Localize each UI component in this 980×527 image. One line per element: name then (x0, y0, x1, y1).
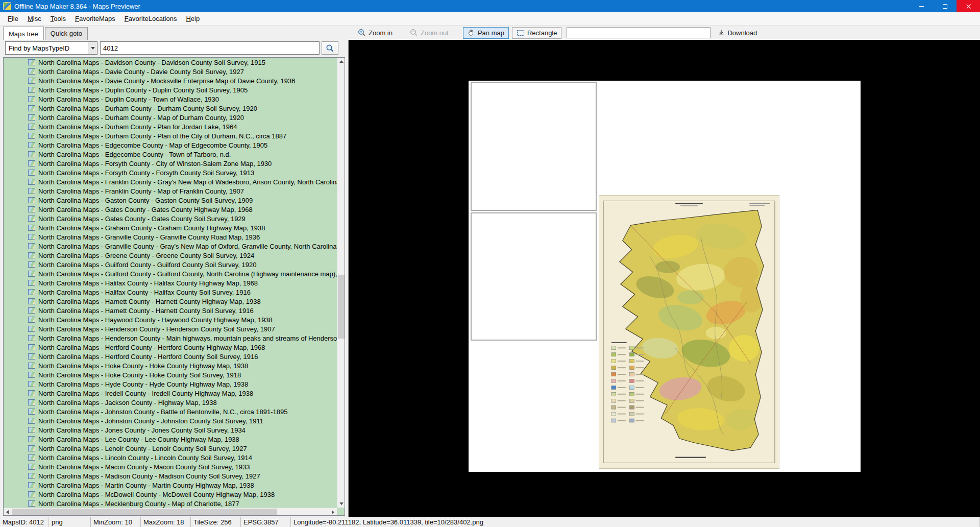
maximize-button[interactable] (933, 0, 957, 12)
menu-misc[interactable]: Misc (23, 13, 46, 25)
map-item-icon (28, 271, 35, 277)
tree-item[interactable]: North Carolina Maps - Duplin County - Du… (4, 85, 337, 94)
tree-item[interactable]: North Carolina Maps - Guilford County - … (4, 269, 337, 278)
menu-file[interactable]: File (3, 13, 23, 25)
toolbar-input[interactable] (567, 27, 710, 38)
tree-item[interactable]: North Carolina Maps - Durham County - Pl… (4, 122, 337, 131)
scroll-up-arrow[interactable] (337, 58, 345, 65)
tree-item[interactable]: North Carolina Maps - Halifax County - H… (4, 278, 337, 288)
tree-item[interactable]: North Carolina Maps - Durham County - Pl… (4, 131, 337, 140)
tree-item[interactable]: North Carolina Maps - Henderson County -… (4, 333, 337, 343)
tree-item[interactable]: North Carolina Maps - Madison County - M… (4, 471, 337, 481)
tree-item[interactable]: North Carolina Maps - Gaston County - Ga… (4, 196, 337, 205)
tree-item[interactable]: North Carolina Maps - Iredell County - I… (4, 389, 337, 398)
menu-help[interactable]: Help (181, 13, 204, 25)
close-button[interactable] (957, 0, 980, 12)
tree-item[interactable]: North Carolina Maps - Granville County -… (4, 232, 337, 242)
tree-item[interactable]: North Carolina Maps - Davidson County - … (4, 58, 337, 67)
tree-item-label: North Carolina Maps - Durham County - Pl… (38, 132, 286, 140)
scroll-down-arrow[interactable] (337, 500, 345, 508)
tree-item-label: North Carolina Maps - Durham County - Du… (38, 105, 257, 112)
window-controls (910, 0, 980, 12)
horizontal-scrollbar-thumb[interactable] (12, 509, 277, 515)
tree-item[interactable]: North Carolina Maps - Graham County - Gr… (4, 223, 337, 232)
tree-item[interactable]: North Carolina Maps - Greene County - Gr… (4, 251, 337, 260)
tab-maps-tree[interactable]: Maps tree (3, 27, 44, 40)
map-item-icon (28, 68, 35, 75)
map-item-icon (28, 390, 35, 396)
tree-item[interactable]: North Carolina Maps - Martin County - Ma… (4, 481, 337, 490)
menu-tools[interactable]: Tools (46, 13, 70, 25)
tree-item[interactable]: North Carolina Maps - Hertford County - … (4, 343, 337, 352)
tree-item-label: North Carolina Maps - Iredell County - I… (38, 390, 253, 397)
tree-item-label: North Carolina Maps - Lincoln County - L… (38, 454, 252, 462)
tree-item[interactable]: North Carolina Maps - McDowell County - … (4, 490, 337, 499)
map-item-icon (28, 170, 35, 176)
tree-item[interactable]: North Carolina Maps - Jackson County - H… (4, 398, 337, 407)
tree-item[interactable]: North Carolina Maps - Mecklenburg County… (4, 499, 337, 508)
find-by-dropdown[interactable]: Find by MapsTypeID (5, 41, 97, 55)
tree-item[interactable]: North Carolina Maps - Duplin County - To… (4, 94, 337, 104)
tree-item[interactable]: North Carolina Maps - Lee County - Lee C… (4, 435, 337, 444)
tree-item[interactable]: North Carolina Maps - Davie County - Dav… (4, 67, 337, 76)
map-canvas[interactable] (349, 40, 980, 517)
map-item-icon (28, 188, 35, 194)
zoom-in-button[interactable]: Zoom in (355, 27, 396, 38)
menu-favoritelocations[interactable]: FavoriteLocations (120, 13, 182, 25)
map-item-icon (28, 326, 35, 332)
scroll-right-arrow[interactable] (329, 508, 337, 516)
map-item-icon (28, 372, 35, 378)
search-input[interactable] (100, 41, 320, 55)
tree-item-label: North Carolina Maps - Forsyth County - F… (38, 169, 254, 177)
zoom-out-button[interactable]: Zoom out (407, 27, 452, 38)
tree-item[interactable]: North Carolina Maps - Halifax County - H… (4, 288, 337, 297)
tree-item[interactable]: North Carolina Maps - Harnett County - H… (4, 297, 337, 306)
tree-item-label: North Carolina Maps - Davidson County - … (38, 59, 265, 66)
tree-item-label: North Carolina Maps - Edgecombe County -… (38, 151, 231, 158)
rectangle-button[interactable]: Rectangle (512, 27, 562, 39)
tree-item[interactable]: North Carolina Maps - Hyde County - Hyde… (4, 379, 337, 389)
tree-item[interactable]: North Carolina Maps - Forsyth County - C… (4, 159, 337, 168)
tree-item-label: North Carolina Maps - Halifax County - H… (38, 279, 258, 287)
tree-item[interactable]: North Carolina Maps - Granville County -… (4, 242, 337, 251)
tree-item[interactable]: North Carolina Maps - Hertford County - … (4, 352, 337, 361)
tree-horizontal-scrollbar[interactable] (4, 508, 337, 515)
tree-item[interactable]: North Carolina Maps - Johnston County - … (4, 416, 337, 425)
dropdown-arrow-icon[interactable] (88, 42, 97, 54)
tree-item[interactable]: North Carolina Maps - Lenoir County - Le… (4, 444, 337, 453)
search-button[interactable] (322, 41, 338, 55)
tree-item[interactable]: North Carolina Maps - Durham County - Du… (4, 104, 337, 113)
tree-item[interactable]: North Carolina Maps - Franklin County - … (4, 177, 337, 186)
tree-item[interactable]: North Carolina Maps - Jones County - Jon… (4, 425, 337, 435)
download-button[interactable]: Download (715, 28, 760, 38)
tree-item[interactable]: North Carolina Maps - Johnston County - … (4, 407, 337, 416)
tree-item[interactable]: North Carolina Maps - Harnett County - H… (4, 306, 337, 315)
tree-vertical-scrollbar[interactable] (337, 58, 345, 508)
tree-item[interactable]: North Carolina Maps - Edgecombe County -… (4, 140, 337, 150)
tree-item[interactable]: North Carolina Maps - Haywood County - H… (4, 315, 337, 324)
tree-item[interactable]: North Carolina Maps - Davie County - Moc… (4, 76, 337, 85)
tree-item-label: North Carolina Maps - Franklin County - … (38, 187, 244, 195)
minimize-button[interactable] (910, 0, 933, 12)
tree-item-label: North Carolina Maps - Mecklenburg County… (38, 500, 239, 508)
tree-item[interactable]: North Carolina Maps - Forsyth County - F… (4, 168, 337, 177)
tree-item[interactable]: North Carolina Maps - Gates County - Gat… (4, 205, 337, 214)
tree-item[interactable]: North Carolina Maps - Franklin County - … (4, 186, 337, 196)
menu-favoritemaps[interactable]: FavoriteMaps (70, 13, 120, 25)
tab-quick-goto[interactable]: Quick goto (45, 27, 88, 40)
pan-map-button[interactable]: Pan map (463, 27, 509, 39)
tree-item[interactable]: North Carolina Maps - Edgecombe County -… (4, 150, 337, 159)
tree-item[interactable]: North Carolina Maps - Gates County - Gat… (4, 214, 337, 223)
vertical-scrollbar-thumb[interactable] (338, 275, 345, 339)
tree-item[interactable]: North Carolina Maps - Hoke County - Hoke… (4, 370, 337, 379)
empty-tile (471, 82, 597, 211)
scroll-left-arrow[interactable] (4, 508, 11, 516)
map-item-icon (28, 500, 35, 507)
tree-item[interactable]: North Carolina Maps - Durham County - Ma… (4, 113, 337, 122)
tree-item-label: North Carolina Maps - Johnston County - … (38, 417, 263, 425)
tree-item[interactable]: North Carolina Maps - Lincoln County - L… (4, 453, 337, 462)
tree-item[interactable]: North Carolina Maps - Guilford County - … (4, 260, 337, 269)
tree-item[interactable]: North Carolina Maps - Macon County - Mac… (4, 462, 337, 471)
tree-item[interactable]: North Carolina Maps - Henderson County -… (4, 324, 337, 333)
tree-item[interactable]: North Carolina Maps - Hoke County - Hoke… (4, 361, 337, 370)
